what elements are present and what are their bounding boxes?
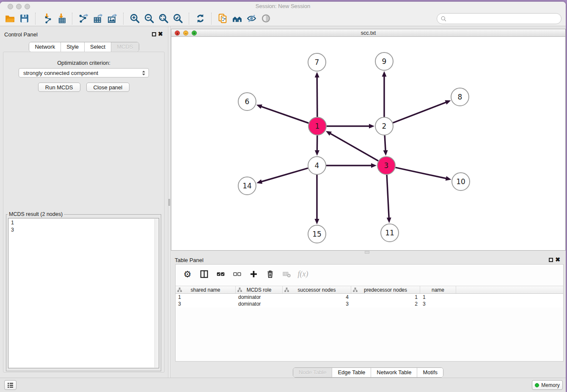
tab-network[interactable]: Network: [29, 42, 61, 52]
edge-2-8[interactable]: [393, 102, 447, 123]
arrowhead-2-9: [382, 71, 387, 77]
float-panel-icon[interactable]: [152, 32, 156, 36]
tab-style[interactable]: Style: [61, 42, 85, 52]
export-network-button[interactable]: [76, 12, 91, 25]
cell-MCDS-role[interactable]: dominator: [236, 294, 283, 301]
criterion-dropdown[interactable]: strongly connected component: [19, 68, 149, 77]
zoom-selected-button[interactable]: [171, 12, 185, 25]
arrowhead-4-14: [256, 179, 262, 184]
table-float-icon[interactable]: [549, 258, 553, 262]
cell-shared-name[interactable]: 1: [176, 294, 236, 301]
deselect-all-button[interactable]: [232, 269, 242, 279]
tab-motifs[interactable]: Motifs: [417, 368, 443, 377]
node-label-10: 10: [456, 177, 465, 186]
edge-3-10[interactable]: [396, 168, 447, 179]
select-all-button[interactable]: [215, 269, 226, 279]
import-network-button[interactable]: [39, 12, 54, 25]
splitter-grip[interactable]: [168, 199, 170, 206]
window-title: Session: New Session: [0, 3, 566, 9]
search-box[interactable]: [437, 13, 561, 24]
table-row[interactable]: 3dominator323: [176, 301, 563, 307]
table-row[interactable]: 1dominator411: [176, 294, 563, 301]
result-scrollbar[interactable]: [154, 219, 158, 367]
attribute-type-icon: [284, 287, 289, 292]
node-label-4: 4: [315, 161, 319, 170]
cell-name[interactable]: 1: [420, 294, 456, 301]
optimization-label: Optimization criterion:: [3, 60, 164, 66]
export-network-icon: [78, 13, 89, 24]
split-columns-button[interactable]: [199, 269, 209, 279]
table-close-icon[interactable]: ✖: [555, 256, 560, 263]
arrowhead-4-15: [315, 219, 319, 224]
cell-successor-nodes[interactable]: 4: [283, 294, 351, 301]
edge-1-7[interactable]: [317, 76, 317, 117]
inactive-eye-icon: [261, 13, 271, 24]
zoom-out-button[interactable]: [142, 12, 156, 25]
tab-network-table[interactable]: Network Table: [371, 368, 417, 377]
close-panel-button[interactable]: Close panel: [86, 83, 130, 92]
task-history-button[interactable]: [4, 380, 17, 390]
tab-mcds[interactable]: MCDS: [111, 42, 138, 52]
column-label: predecessor nodes: [364, 287, 407, 293]
edge-3-11[interactable]: [387, 175, 389, 219]
mcds-result-textarea[interactable]: 1 3: [8, 218, 159, 368]
search-input[interactable]: [447, 14, 561, 23]
add-column-button[interactable]: [248, 269, 259, 279]
memory-button[interactable]: Memory: [532, 380, 563, 390]
network-window-titlebar[interactable]: x – + scc.txt: [171, 29, 565, 37]
save-session-button[interactable]: [17, 12, 31, 25]
zoom-fit-button[interactable]: [156, 12, 171, 25]
mcds-result-group: MCDS result (2 nodes) 1 3: [6, 211, 161, 371]
column-header-name[interactable]: name: [420, 286, 456, 293]
network-overview-button[interactable]: [230, 12, 244, 25]
refresh-view-button[interactable]: [193, 12, 207, 25]
column-header-successor-nodes[interactable]: successor nodes: [283, 286, 351, 293]
attribute-type-icon: [177, 287, 182, 292]
edge-1-6[interactable]: [260, 106, 308, 123]
network-window-title: scc.txt: [171, 30, 565, 36]
column-header-shared-name[interactable]: shared name: [176, 286, 236, 293]
close-panel-icon[interactable]: ✖: [158, 30, 163, 37]
network-graph[interactable]: 7968124314101511: [171, 37, 564, 250]
column-header-MCDS-role[interactable]: MCDS role: [236, 286, 283, 293]
horizontal-splitter-grip[interactable]: [365, 251, 369, 254]
tab-select[interactable]: Select: [85, 42, 111, 52]
title-bar[interactable]: Session: New Session: [0, 2, 566, 11]
cell-predecessor-nodes[interactable]: 2: [351, 301, 420, 307]
zoom-out-icon: [144, 13, 154, 24]
open-file-button[interactable]: [3, 12, 17, 25]
cell-successor-nodes[interactable]: 3: [283, 301, 351, 307]
edge-4-14[interactable]: [261, 168, 308, 182]
mcds-result-lines: 1 3: [8, 218, 159, 235]
column-header-predecessor-nodes[interactable]: predecessor nodes: [351, 286, 420, 293]
table-body: 1dominator4113dominator323: [176, 294, 563, 307]
cell-MCDS-role[interactable]: dominator: [236, 301, 283, 307]
tab-edge-table[interactable]: Edge Table: [332, 368, 371, 377]
cell-shared-name[interactable]: 3: [176, 301, 236, 307]
network-canvas[interactable]: 7968124314101511: [171, 37, 565, 250]
edge-2-3[interactable]: [385, 135, 385, 152]
zoom-in-button[interactable]: [127, 12, 142, 25]
hide-panel-button[interactable]: [244, 12, 259, 25]
deselect-all-icon: [233, 270, 242, 279]
chevron-up-down-icon: [141, 70, 146, 76]
run-mcds-button[interactable]: Run MCDS: [38, 83, 80, 92]
import-table-button[interactable]: [54, 12, 68, 25]
app-window: Session: New Session Control Panel ✖ Net…: [0, 2, 566, 392]
arrowhead-1-4: [315, 150, 319, 156]
node-label-9: 9: [382, 57, 387, 66]
zoom-fit-icon: [158, 13, 169, 24]
cell-predecessor-nodes[interactable]: 1: [351, 294, 420, 301]
gear-button[interactable]: ⚙: [182, 269, 193, 279]
cell-name[interactable]: 3: [420, 301, 456, 307]
node-label-1: 1: [315, 122, 320, 130]
export-image-button[interactable]: [105, 12, 119, 25]
control-panel-title: Control Panel: [4, 31, 38, 38]
tab-strip: NetworkStyleSelectMCDS: [29, 42, 139, 52]
clone-network-button[interactable]: [215, 12, 230, 25]
delete-column-button[interactable]: [265, 269, 275, 279]
tab-node-table[interactable]: Node Table: [293, 368, 333, 377]
hide-panel-icon: [246, 13, 257, 24]
edge-3-1[interactable]: [330, 133, 378, 161]
export-table-button[interactable]: [91, 12, 105, 25]
